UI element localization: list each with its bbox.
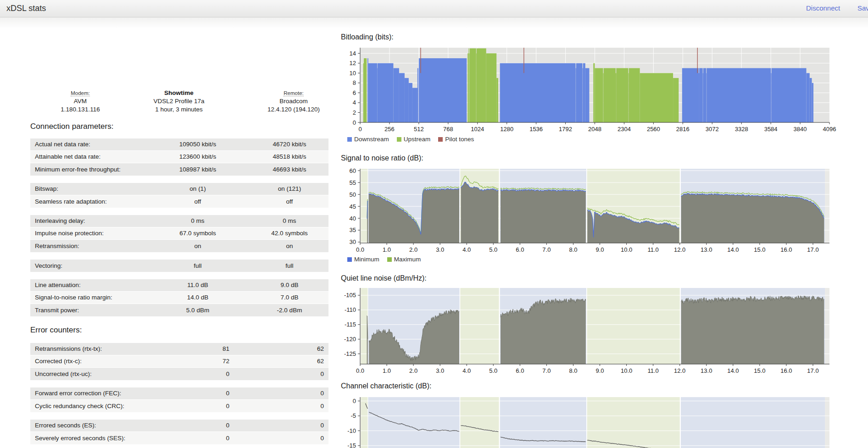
save-link[interactable]: Save: [857, 4, 868, 12]
row-value: 0: [250, 368, 328, 380]
table-row: Uncorrected (rtx-uc):00: [30, 368, 328, 380]
snr-legend: MinimumMaximum: [347, 256, 428, 263]
svg-text:2304: 2304: [618, 126, 631, 133]
row-value: -2.0 dBm: [250, 304, 328, 316]
svg-text:3328: 3328: [735, 126, 748, 133]
svg-text:6: 6: [353, 89, 356, 96]
table-group: Forward error correction (FEC):00Cyclic …: [30, 387, 328, 412]
svg-text:12.0: 12.0: [674, 367, 685, 374]
svg-text:16.0: 16.0: [780, 367, 792, 374]
svg-text:17.0: 17.0: [807, 246, 818, 253]
row-value: 0 ms: [145, 215, 250, 227]
svg-text:-105: -105: [344, 292, 356, 299]
table-group: Errored seconds (ES):00Severely errored …: [30, 420, 328, 444]
svg-text:9.0: 9.0: [595, 246, 604, 253]
row-label: Actual net data rate:: [30, 138, 145, 150]
legend-swatch-icon: [347, 137, 352, 142]
svg-text:2.0: 2.0: [409, 246, 417, 253]
table-group: Retransmissions (rtx-tx):8162Corrected (…: [30, 343, 328, 380]
svg-text:256: 256: [384, 126, 395, 133]
row-value: on (121): [250, 183, 328, 195]
svg-text:16.0: 16.0: [780, 246, 792, 253]
table-row: Line attenuation:11.0 dB9.0 dB: [30, 279, 328, 292]
svg-text:3.0: 3.0: [436, 246, 444, 253]
row-label: Attainable net data rate:: [30, 151, 145, 163]
legend-item: Downstream: [347, 136, 389, 143]
svg-text:8.0: 8.0: [569, 246, 577, 253]
hlog-chart-title: Channel characteristic (dB):: [341, 382, 431, 390]
svg-text:55: 55: [350, 179, 356, 186]
svg-text:0: 0: [353, 119, 356, 126]
row-value: full: [250, 260, 328, 272]
row-label: Retransmission:: [30, 240, 145, 252]
legend-label: Minimum: [354, 256, 379, 263]
svg-text:9.0: 9.0: [595, 367, 604, 374]
legend-swatch-icon: [438, 137, 443, 142]
row-label: Uncorrected (rtx-uc):: [30, 368, 145, 380]
svg-text:45: 45: [350, 203, 356, 210]
svg-text:2048: 2048: [588, 126, 601, 133]
connection-parameters-table: Actual net data rate:109050 kbit/s46720 …: [30, 138, 328, 324]
qln-chart: -105-110-115-120-1250.01.02.03.04.05.06.…: [341, 284, 846, 376]
snr-chart: 605550454035300.01.02.03.04.05.06.07.08.…: [341, 165, 846, 255]
qln-chart-title: Quiet line noise (dBm/Hz):: [341, 274, 427, 282]
row-label: Errored seconds (ES):: [30, 420, 145, 431]
table-row: Cyclic redundancy check (CRC):00: [30, 400, 328, 412]
svg-text:14.0: 14.0: [727, 246, 739, 253]
info-label: Modem:: [71, 90, 90, 96]
disconnect-link[interactable]: Disconnect: [806, 4, 840, 12]
row-value: 0: [145, 387, 250, 399]
svg-text:4096: 4096: [823, 126, 836, 133]
svg-text:1.0: 1.0: [383, 246, 391, 253]
row-value: 0: [145, 368, 250, 380]
svg-text:3840: 3840: [794, 126, 807, 133]
svg-text:8: 8: [353, 79, 356, 86]
svg-text:0: 0: [353, 398, 356, 404]
row-value: 0: [250, 432, 328, 444]
svg-text:17.0: 17.0: [807, 367, 818, 374]
svg-text:10.0: 10.0: [621, 367, 632, 374]
svg-text:50: 50: [350, 191, 356, 198]
table-group: Actual net data rate:109050 kbit/s46720 …: [30, 138, 328, 176]
svg-text:12.0: 12.0: [674, 246, 685, 253]
row-value: on: [250, 240, 328, 252]
svg-text:3584: 3584: [764, 126, 778, 133]
svg-text:15.0: 15.0: [754, 246, 765, 253]
svg-text:40: 40: [350, 215, 356, 222]
row-value: 81: [145, 343, 250, 355]
hlog-chart: 0-5-10-15: [341, 393, 846, 448]
row-label: Seamless rate adaptation:: [30, 195, 145, 208]
svg-text:35: 35: [350, 227, 356, 233]
svg-text:10: 10: [350, 70, 356, 77]
svg-text:-120: -120: [344, 336, 356, 343]
row-value: off: [250, 195, 328, 208]
legend-item: Maximum: [387, 256, 421, 263]
table-row: Vectoring:fullfull: [30, 260, 328, 272]
table-group: Vectoring:fullfull: [30, 260, 328, 272]
info-value: Broadcom: [239, 97, 349, 105]
row-value: 0: [145, 420, 250, 431]
page-top-fade: [0, 17, 868, 28]
bitloading-chart: 0246810121402565127681024128015361792204…: [341, 44, 846, 139]
info-value: 1.180.131.116: [28, 105, 133, 114]
svg-text:1.0: 1.0: [383, 367, 391, 374]
svg-text:3.0: 3.0: [436, 367, 444, 374]
svg-text:-115: -115: [345, 321, 356, 328]
table-row: Corrected (rtx-c):7262: [30, 355, 328, 368]
error-counters-heading: Error counters:: [30, 326, 82, 335]
table-row: Retransmission:onon: [30, 240, 328, 252]
svg-text:1024: 1024: [471, 126, 484, 133]
row-value: 5.0 dBm: [145, 304, 250, 316]
row-label: Signal-to-noise ratio margin:: [30, 292, 145, 304]
row-label: Cyclic redundancy check (CRC):: [30, 400, 145, 412]
info-value: AVM: [28, 97, 133, 105]
row-label: Interleaving delay:: [30, 215, 145, 227]
legend-item: Pilot tones: [438, 136, 474, 143]
svg-text:7.0: 7.0: [542, 367, 551, 374]
svg-text:30: 30: [350, 238, 356, 245]
info-value: 12.4.120 (194.120): [239, 105, 349, 114]
error-counters-table: Retransmissions (rtx-tx):8162Corrected (…: [30, 343, 328, 448]
info-value: VDSL2 Profile 17a: [124, 97, 234, 105]
row-value: 0 ms: [250, 215, 328, 227]
table-row: Errored seconds (ES):00: [30, 420, 328, 432]
